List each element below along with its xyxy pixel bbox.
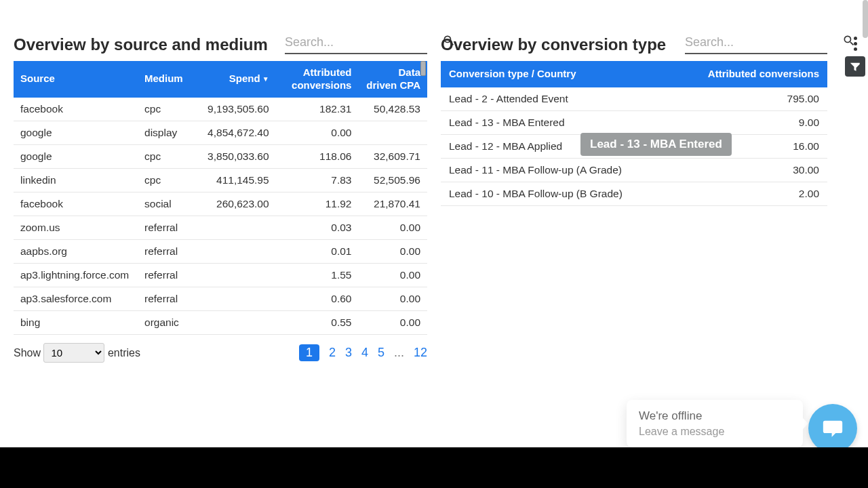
cell-medium: cpc [138, 144, 199, 168]
cell-spend: 260,623.00 [199, 192, 275, 216]
cell-medium: referral [138, 239, 199, 263]
search-left[interactable] [285, 34, 427, 54]
cell-source: facebook [14, 98, 138, 121]
cell-attr: 0.60 [276, 287, 359, 310]
cell-cpa: 52,505.96 [358, 168, 427, 192]
col-conv-type[interactable]: Conversion type / Country [441, 61, 685, 87]
cell-source: bing [14, 310, 138, 334]
col-attr-conv[interactable]: Attributed conversions [276, 61, 359, 98]
cell-cpa: 0.00 [358, 239, 427, 263]
table-row[interactable]: bingorganic0.550.00 [14, 310, 427, 334]
cell-spend [199, 310, 275, 334]
cell-cpa: 0.00 [358, 263, 427, 287]
chat-fab[interactable] [808, 404, 857, 453]
cell-attr: 0.03 [276, 216, 359, 239]
show-entries-pre: Show [14, 347, 41, 359]
cell-spend [199, 287, 275, 310]
page-3[interactable]: 3 [345, 346, 352, 360]
page-4[interactable]: 4 [361, 346, 368, 360]
col-source[interactable]: Source [14, 61, 138, 98]
cell-cpa: 0.00 [358, 287, 427, 310]
col-medium[interactable]: Medium [138, 61, 199, 98]
page-1[interactable]: 1 [299, 344, 319, 361]
page-12[interactable]: 12 [414, 346, 427, 360]
cell-medium: social [138, 192, 199, 216]
cell-conv-type: Lead - 11 - MBA Follow-up (A Grade) [441, 158, 685, 182]
cell-attr: 1.55 [276, 263, 359, 287]
chat-status: We're offline [639, 409, 791, 423]
cell-attr: 0.00 [276, 121, 359, 144]
cell-conv-attr: 2.00 [685, 182, 827, 205]
page-ellipsis: ... [394, 346, 404, 360]
cell-spend [199, 216, 275, 239]
table-row[interactable]: zoom.usreferral0.030.00 [14, 216, 427, 239]
cell-attr: 182.31 [276, 98, 359, 121]
cell-attr: 0.55 [276, 310, 359, 334]
cell-conv-type: Lead - 10 - MBA Follow-up (B Grade) [441, 182, 685, 205]
table-row[interactable]: Lead - 13 - MBA Entered9.00 [441, 110, 827, 134]
cell-medium: display [138, 121, 199, 144]
table-row[interactable]: facebooksocial260,623.0011.9221,870.41 [14, 192, 427, 216]
table-row[interactable]: googlecpc3,850,033.60118.0632,609.71 [14, 144, 427, 168]
chat-cta: Leave a message [639, 426, 791, 438]
cell-medium: cpc [138, 98, 199, 121]
page-2[interactable]: 2 [329, 346, 336, 360]
cell-source: zoom.us [14, 216, 138, 239]
search-right[interactable] [685, 34, 827, 54]
cell-conv-attr: 795.00 [685, 87, 827, 111]
table-row[interactable]: facebookcpc9,193,505.60182.3150,428.53 [14, 98, 427, 121]
table-row[interactable]: googledisplay4,854,672.400.00 [14, 121, 427, 144]
panel-resize-handle[interactable] [420, 61, 426, 76]
panel-source-medium: Overview by source and medium Source Med… [14, 0, 427, 447]
table-row[interactable]: Lead - 11 - MBA Follow-up (A Grade)30.00 [441, 158, 827, 182]
filter-button[interactable] [845, 56, 865, 77]
cell-source: ap3.lightning.force.com [14, 263, 138, 287]
cell-cpa: 32,609.71 [358, 144, 427, 168]
search-input-right[interactable] [685, 35, 842, 49]
cell-spend: 411,145.95 [199, 168, 275, 192]
cell-medium: organic [138, 310, 199, 334]
cell-spend [199, 239, 275, 263]
table-row[interactable]: aapbs.orgreferral0.010.00 [14, 239, 427, 263]
entries-select[interactable]: 10 [43, 343, 104, 363]
col-spend[interactable]: Spend▼ [199, 61, 275, 98]
cell-source: facebook [14, 192, 138, 216]
cell-source: linkedin [14, 168, 138, 192]
table-conversion-type: Conversion type / Country Attributed con… [441, 61, 827, 206]
cell-conv-attr: 30.00 [685, 158, 827, 182]
pagination: 12345...12 [299, 344, 427, 361]
cell-source: ap3.salesforce.com [14, 287, 138, 310]
table-row[interactable]: Lead - 10 - MBA Follow-up (B Grade)2.00 [441, 182, 827, 205]
cell-attr: 7.83 [276, 168, 359, 192]
cell-attr: 0.01 [276, 239, 359, 263]
chat-offline-card[interactable]: We're offline Leave a message [627, 400, 803, 447]
cell-spend: 4,854,672.40 [199, 121, 275, 144]
cell-cpa: 21,870.41 [358, 192, 427, 216]
cell-source: google [14, 121, 138, 144]
col-conv-attr[interactable]: Attributed conversions [685, 61, 827, 87]
page-5[interactable]: 5 [378, 346, 384, 360]
table-row[interactable]: ap3.lightning.force.comreferral1.550.00 [14, 263, 427, 287]
search-input-left[interactable] [285, 35, 442, 49]
cell-spend [199, 263, 275, 287]
panel-conversion-type: Overview by conversion type Conversion t… [441, 0, 854, 447]
cell-conv-attr: 16.00 [685, 134, 827, 158]
cell-medium: referral [138, 216, 199, 239]
panel-title-left: Overview by source and medium [14, 35, 268, 54]
table-source-medium: Source Medium Spend▼ Attributed conversi… [14, 61, 427, 335]
cell-attr: 118.06 [276, 144, 359, 168]
table-row[interactable]: linkedincpc411,145.957.8352,505.96 [14, 168, 427, 192]
kebab-menu-icon[interactable] [854, 37, 857, 51]
table-row[interactable]: Lead - 12 - MBA Applied16.00 [441, 134, 827, 158]
table-row[interactable]: Lead - 2 - Attended Event795.00 [441, 87, 827, 111]
panel-title-right: Overview by conversion type [441, 35, 666, 54]
cell-medium: referral [138, 287, 199, 310]
col-cpa[interactable]: Data driven CPA [358, 61, 427, 98]
cell-source: aapbs.org [14, 239, 138, 263]
bottom-bar [0, 447, 868, 488]
cell-cpa: 0.00 [358, 216, 427, 239]
cell-source: google [14, 144, 138, 168]
cell-conv-type: Lead - 13 - MBA Entered [441, 110, 685, 134]
show-entries-post: entries [108, 347, 140, 359]
table-row[interactable]: ap3.salesforce.comreferral0.600.00 [14, 287, 427, 310]
